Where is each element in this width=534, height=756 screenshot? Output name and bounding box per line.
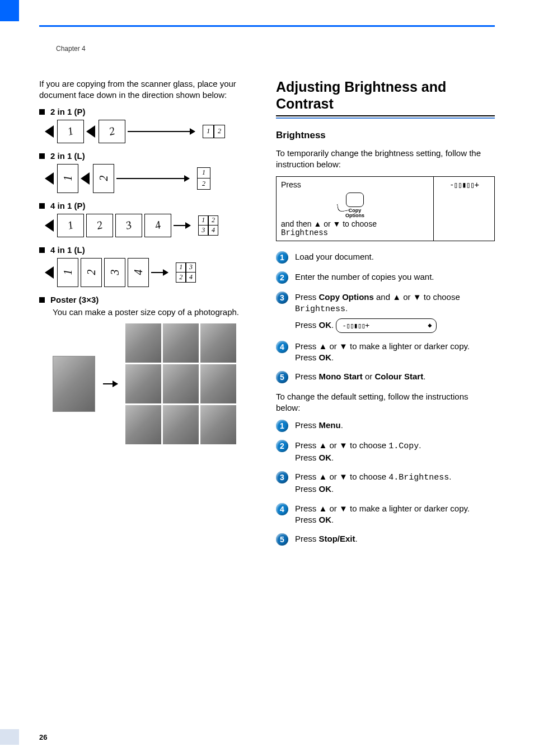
photo-thumbnail bbox=[53, 356, 95, 412]
page-box: 2 bbox=[81, 258, 102, 287]
step-text: Enter the number of copies you want. bbox=[295, 271, 495, 283]
page-box: 1 bbox=[57, 120, 84, 143]
section-heading: Adjusting Brightness and Contrast bbox=[276, 78, 495, 112]
page-box: 4 bbox=[128, 258, 149, 287]
default-intro: To change the default setting, follow th… bbox=[276, 391, 495, 414]
arrow-icon bbox=[103, 383, 118, 384]
diagram-2in1l: 1 2 12 bbox=[45, 164, 258, 193]
header-rule bbox=[39, 25, 495, 27]
triangle-icon bbox=[45, 172, 54, 185]
poster-description: You can make a poster size copy of a pho… bbox=[53, 307, 258, 318]
triangle-icon bbox=[86, 125, 95, 138]
diagram-4in1l: 1 2 3 4 1324 bbox=[45, 258, 258, 287]
temporary-steps: 1 Load your document. 2 Enter the number… bbox=[276, 251, 495, 384]
layout-poster: Poster (3×3) bbox=[39, 295, 258, 304]
diagram-2in1p: 1 2 12 bbox=[45, 120, 258, 143]
step-text: Press ▲ or ▼ to choose 1.Copy. Press OK. bbox=[295, 440, 495, 464]
step-3: 3 Press Copy Options and ▲ or ▼ to choos… bbox=[276, 292, 495, 333]
step-b1: 1 Press Menu. bbox=[276, 420, 495, 432]
copy-options-icon: Copy Options bbox=[281, 189, 429, 219]
arrow-icon bbox=[128, 131, 195, 132]
page-number: 26 bbox=[39, 733, 47, 741]
step-b4: 4 Press ▲ or ▼ to make a lighter or dark… bbox=[276, 503, 495, 526]
bullet-icon bbox=[39, 297, 45, 303]
right-column: Adjusting Brightness and Contrast Bright… bbox=[276, 78, 495, 553]
step-number-icon: 3 bbox=[276, 292, 288, 304]
triangle-icon bbox=[81, 172, 90, 185]
press-table: Press Copy Options and then ▲ or ▼ to ch… bbox=[276, 176, 495, 241]
step-5: 5 Press Mono Start or Colour Start. bbox=[276, 371, 495, 383]
result-grid: 1324 bbox=[176, 262, 196, 283]
default-steps: 1 Press Menu. 2 Press ▲ or ▼ to choose 1… bbox=[276, 420, 495, 546]
step-b2: 2 Press ▲ or ▼ to choose 1.Copy. Press O… bbox=[276, 440, 495, 464]
page-box: 1 bbox=[57, 258, 78, 287]
step-number-icon: 2 bbox=[276, 440, 288, 452]
step-b5: 5 Press Stop/Exit. bbox=[276, 533, 495, 546]
press-label: Press bbox=[281, 180, 429, 189]
layout-2in1p: 2 in 1 (P) bbox=[39, 107, 258, 116]
step-1: 1 Load your document. bbox=[276, 251, 495, 264]
step-text: Press Copy Options and ▲ or ▼ to choose … bbox=[295, 292, 495, 333]
step-number-icon: 1 bbox=[276, 251, 288, 264]
step-text: Press Stop/Exit. bbox=[295, 533, 495, 544]
step-2: 2 Enter the number of copies you want. bbox=[276, 271, 495, 284]
brightness-code: Brightness bbox=[281, 228, 429, 237]
step-number-icon: 4 bbox=[276, 503, 288, 515]
layout-4in1l: 4 in 1 (L) bbox=[39, 245, 258, 255]
heading-rule-blue bbox=[276, 118, 495, 119]
page-box: 2 bbox=[93, 164, 114, 193]
chapter-label: Chapter 4 bbox=[56, 45, 86, 53]
step-text: Load your document. bbox=[295, 251, 495, 262]
subsection-heading: Brightness bbox=[276, 130, 495, 141]
layout-label: Poster (3×3) bbox=[50, 295, 99, 304]
step-4: 4 Press ▲ or ▼ to make a lighter or dark… bbox=[276, 341, 495, 364]
layout-label: 2 in 1 (P) bbox=[50, 107, 86, 116]
page-box: 2 bbox=[99, 120, 125, 143]
step-number-icon: 4 bbox=[276, 341, 288, 353]
bullet-icon bbox=[39, 247, 45, 253]
updown-icon: ◆ bbox=[428, 321, 430, 330]
result-grid: 12 bbox=[197, 167, 210, 190]
page-box: 3 bbox=[104, 258, 125, 287]
arrow-icon bbox=[116, 178, 189, 179]
layout-2in1l: 2 in 1 (L) bbox=[39, 151, 258, 161]
step-text: Press ▲ or ▼ to choose 4.Brightness. Pre… bbox=[295, 471, 495, 495]
arrow-icon bbox=[174, 225, 190, 226]
photo-grid bbox=[125, 323, 236, 444]
step-number-icon: 5 bbox=[276, 533, 288, 546]
bullet-icon bbox=[39, 109, 45, 115]
layout-label: 4 in 1 (P) bbox=[50, 201, 86, 210]
result-grid: 1234 bbox=[198, 215, 218, 236]
triangle-icon bbox=[45, 219, 54, 232]
step-text: Press Menu. bbox=[295, 420, 495, 431]
triangle-icon bbox=[45, 266, 54, 279]
bullet-icon bbox=[39, 203, 45, 209]
step-number-icon: 5 bbox=[276, 371, 288, 383]
page-content: If you are copying from the scanner glas… bbox=[39, 78, 495, 553]
page-box: 1 bbox=[57, 164, 78, 193]
step-b3: 3 Press ▲ or ▼ to choose 4.Brightness. P… bbox=[276, 471, 495, 495]
corner-accent bbox=[0, 0, 19, 21]
layout-label: 4 in 1 (L) bbox=[50, 245, 85, 255]
arrow-icon bbox=[151, 272, 168, 273]
footer-accent bbox=[0, 729, 19, 745]
brightness-bars: -▯▯▮▯▯+ bbox=[449, 180, 479, 189]
layout-4in1p: 4 in 1 (P) bbox=[39, 201, 258, 210]
brightness-intro: To temporarily change the brightness set… bbox=[276, 148, 495, 171]
layout-label: 2 in 1 (L) bbox=[50, 151, 85, 161]
and-then-text: and then ▲ or ▼ to choose bbox=[281, 219, 429, 228]
step-number-icon: 2 bbox=[276, 271, 288, 284]
heading-rule bbox=[276, 115, 495, 116]
page-box: 1 bbox=[57, 214, 84, 237]
bullet-icon bbox=[39, 153, 45, 159]
diagram-4in1p: 1 2 3 4 1234 bbox=[45, 214, 258, 237]
left-column: If you are copying from the scanner glas… bbox=[39, 78, 258, 553]
scanner-intro: If you are copying from the scanner glas… bbox=[39, 78, 258, 101]
page-box: 4 bbox=[144, 214, 171, 237]
step-text: Press Mono Start or Colour Start. bbox=[295, 371, 495, 382]
triangle-icon bbox=[45, 125, 54, 138]
page-box: 2 bbox=[86, 214, 113, 237]
page-box: 3 bbox=[115, 214, 142, 237]
step-number-icon: 1 bbox=[276, 420, 288, 432]
poster-diagram bbox=[53, 323, 258, 444]
